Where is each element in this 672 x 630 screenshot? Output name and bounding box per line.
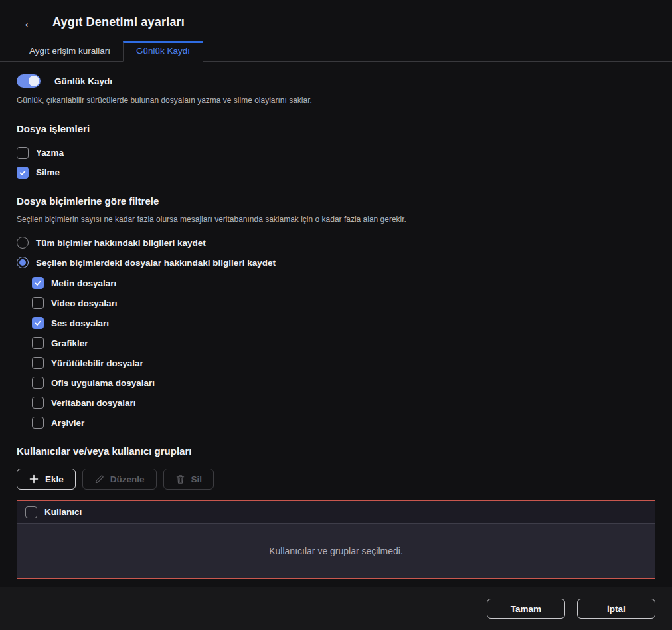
tab-bar: Aygıt erişim kuralları Günlük Kaydı [0, 41, 672, 62]
ekle-button[interactable]: Ekle [17, 469, 76, 490]
checkbox-unchecked[interactable] [32, 397, 44, 409]
checkbox-unchecked[interactable] [32, 357, 44, 369]
checkbox-label: Silme [36, 167, 60, 177]
back-arrow-icon[interactable]: ← [23, 15, 37, 29]
user-action-buttons: EkleDüzenleSil [17, 469, 655, 490]
radio-tum-bicimler-hakkindaki-bilgileri-kaydet[interactable]: Tüm biçimler hakkındaki bilgileri kaydet [17, 237, 655, 249]
filter-mode-list: Tüm biçimler hakkındaki bilgileri kaydet… [17, 237, 655, 268]
radio-selected[interactable] [17, 257, 29, 268]
checkbox-checked[interactable] [32, 317, 44, 329]
users-table: Kullanıcı Kullanıcılar ve gruplar seçilm… [17, 500, 655, 579]
checkbox-label: Ofis uygulama dosyaları [51, 378, 155, 388]
checkbox-checked[interactable] [17, 167, 29, 179]
tab-content: Günlük Kaydı Günlük, çıkarılabilir sürüc… [0, 74, 672, 579]
radio-label: Tüm biçimler hakkındaki bilgileri kaydet [36, 238, 206, 248]
checkbox-label: Veritabanı dosyaları [51, 398, 136, 408]
users-table-header: Kullanıcı [17, 501, 655, 524]
checkbox-grafikler[interactable]: Grafikler [32, 337, 655, 349]
checkbox-yazma[interactable]: Yazma [17, 147, 655, 159]
select-all-checkbox[interactable] [25, 506, 37, 518]
checkbox-label: Ses dosyaları [51, 318, 109, 328]
page-title: Aygıt Denetimi ayarları [52, 15, 185, 29]
empty-state-message: Kullanıcılar ve gruplar seçilmedi. [269, 546, 403, 556]
checkbox-label: Yazma [36, 148, 64, 158]
trash-icon [175, 474, 185, 484]
dialog-header: ← Aygıt Denetimi ayarları [0, 0, 672, 33]
radio-label: Seçilen biçimlerdeki dosyalar hakkındaki… [36, 258, 276, 268]
checkbox-ses-dosyalari[interactable]: Ses dosyaları [32, 317, 655, 329]
users-table-body: Kullanıcılar ve gruplar seçilmedi. [17, 524, 655, 578]
checkbox-veritabani-dosyalari[interactable]: Veritabanı dosyaları [32, 397, 655, 409]
pencil-icon [94, 474, 104, 484]
users-column-header: Kullanıcı [44, 507, 82, 517]
radio-unselected[interactable] [17, 237, 29, 249]
checkbox-yurutulebilir-dosyalar[interactable]: Yürütülebilir dosyalar [32, 357, 655, 369]
checkbox-label: Metin dosyaları [51, 278, 116, 288]
checkbox-ofis-uygulama-dosyalari[interactable]: Ofis uygulama dosyaları [32, 377, 655, 389]
ok-button[interactable]: Tamam [487, 599, 565, 619]
logging-toggle-label: Günlük Kaydı [54, 76, 112, 86]
file-operations-heading: Dosya işlemleri [17, 123, 655, 134]
tab-logging[interactable]: Günlük Kaydı [123, 41, 203, 62]
checkbox-checked[interactable] [32, 277, 44, 289]
sil-button[interactable]: Sil [163, 469, 214, 490]
radio-secilen-bicimlerdeki-dosyalar-hakkindaki-bilgileri-kaydet[interactable]: Seçilen biçimlerdeki dosyalar hakkındaki… [17, 257, 655, 268]
checkbox-label: Video dosyaları [51, 298, 118, 308]
format-filter-heading: Dosya biçimlerine göre filtrele [17, 195, 655, 207]
toggle-knob [29, 76, 39, 86]
checkbox-label: Yürütülebilir dosyalar [51, 358, 143, 368]
checkbox-unchecked[interactable] [32, 417, 44, 429]
tab-device-access-rules[interactable]: Aygıt erişim kuralları [17, 41, 123, 61]
checkbox-metin-dosyalari[interactable]: Metin dosyaları [32, 277, 655, 289]
duzenle-button[interactable]: Düzenle [82, 469, 157, 490]
checkbox-unchecked[interactable] [32, 377, 44, 389]
checkbox-unchecked[interactable] [32, 337, 44, 349]
file-format-list: Metin dosyalarıVideo dosyalarıSes dosyal… [32, 277, 655, 429]
format-filter-description: Seçilen biçimlerin sayısı ne kadar fazla… [17, 215, 655, 225]
checkbox-video-dosyalari[interactable]: Video dosyaları [32, 297, 655, 309]
device-control-settings-dialog: ← Aygıt Denetimi ayarları Aygıt erişim k… [0, 0, 672, 630]
users-heading: Kullanıcılar ve/veya kullanıcı grupları [17, 445, 655, 457]
button-label: Sil [191, 474, 203, 484]
checkbox-arsivler[interactable]: Arşivler [32, 417, 655, 429]
button-label: Düzenle [110, 474, 145, 484]
checkbox-label: Arşivler [51, 418, 84, 428]
logging-toggle[interactable] [17, 74, 41, 88]
file-operations-list: YazmaSilme [17, 147, 655, 179]
checkbox-silme[interactable]: Silme [17, 167, 655, 179]
checkbox-unchecked[interactable] [32, 297, 44, 309]
checkbox-unchecked[interactable] [17, 147, 29, 159]
plus-icon [29, 474, 39, 484]
button-label: Ekle [45, 474, 64, 484]
logging-description: Günlük, çıkarılabilir sürücülerde buluna… [17, 96, 655, 106]
checkbox-label: Grafikler [51, 338, 88, 348]
logging-toggle-row: Günlük Kaydı [17, 74, 655, 88]
cancel-button[interactable]: İptal [577, 599, 655, 619]
dialog-footer: Tamam İptal [0, 587, 672, 630]
